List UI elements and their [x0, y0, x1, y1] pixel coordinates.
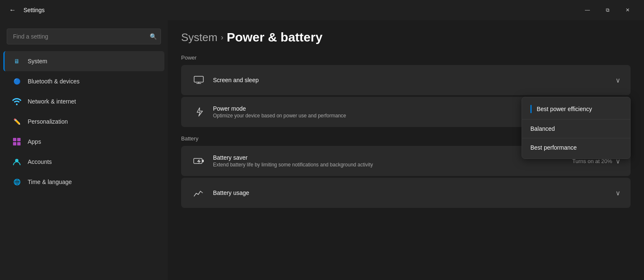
svg-rect-3 [13, 142, 16, 145]
power-mode-icon [191, 104, 206, 119]
personalization-icon: ✏️ [12, 117, 22, 127]
titlebar: ← Settings — ⧉ ✕ [0, 0, 644, 20]
screen-sleep-card: Screen and sleep ∨ [181, 65, 631, 95]
svg-rect-6 [194, 76, 203, 82]
sidebar-item-bluetooth[interactable]: 🔵 Bluetooth & devices [3, 71, 164, 91]
battery-saver-title: Battery saver [213, 154, 572, 161]
battery-usage-right: ∨ [615, 189, 621, 197]
battery-usage-text: Battery usage [213, 189, 615, 196]
main-content: System › Power & battery Power Screen an… [168, 20, 644, 280]
sidebar-item-time[interactable]: 🌐 Time & language [3, 172, 164, 192]
svg-rect-2 [17, 138, 21, 141]
sidebar-item-label: Accounts [28, 158, 52, 165]
sidebar-item-label: Bluetooth & devices [28, 78, 80, 85]
restore-button[interactable]: ⧉ [598, 3, 617, 17]
sidebar-item-label: Time & language [28, 179, 72, 185]
screen-sleep-icon [191, 73, 206, 88]
battery-usage-icon [191, 185, 206, 200]
network-icon [12, 96, 22, 106]
power-mode-dropdown: Best power efficiency Balanced Best perf… [522, 97, 631, 159]
search-box: 🔍 [7, 29, 161, 44]
sidebar-item-apps[interactable]: Apps [3, 132, 164, 152]
sidebar-item-label: Apps [28, 138, 41, 145]
search-icon: 🔍 [150, 33, 157, 40]
window-controls: — ⧉ ✕ [578, 3, 637, 17]
battery-usage-row[interactable]: Battery usage ∨ [181, 178, 631, 208]
battery-usage-card: Battery usage ∨ [181, 178, 631, 208]
option-efficiency-label: Best power efficiency [537, 106, 592, 112]
sidebar-item-accounts[interactable]: Accounts [3, 152, 164, 172]
sidebar-item-network[interactable]: Network & internet [3, 91, 164, 111]
sidebar-item-personalization[interactable]: ✏️ Personalization [3, 111, 164, 132]
sidebar-item-label: Personalization [28, 118, 68, 125]
apps-icon [12, 137, 22, 147]
svg-rect-4 [17, 142, 21, 145]
minimize-button[interactable]: — [578, 3, 597, 17]
option-performance-label: Best performance [530, 144, 577, 151]
time-icon: 🌐 [12, 177, 22, 187]
breadcrumb-chevron: › [221, 33, 223, 42]
screen-sleep-chevron: ∨ [615, 76, 621, 84]
power-section-label: Power [181, 54, 631, 61]
battery-saver-icon [191, 153, 206, 169]
dropdown-option-efficiency[interactable]: Best power efficiency [522, 99, 630, 119]
breadcrumb-current: Power & battery [227, 30, 322, 44]
battery-saver-subtitle: Extend battery life by limiting some not… [213, 162, 572, 168]
breadcrumb-system: System [181, 31, 218, 44]
bluetooth-icon: 🔵 [12, 76, 22, 86]
svg-point-0 [16, 104, 18, 105]
app-body: 🔍 🖥 System 🔵 Bluetooth & devices Network… [0, 20, 644, 280]
back-button[interactable]: ← [7, 4, 18, 16]
dropdown-option-balanced[interactable]: Balanced [522, 119, 630, 138]
screen-sleep-right: ∨ [615, 76, 621, 84]
svg-rect-1 [13, 138, 16, 141]
screen-sleep-text: Screen and sleep [213, 77, 615, 83]
active-indicator [530, 105, 532, 113]
battery-usage-chevron: ∨ [615, 189, 621, 197]
battery-saver-text: Battery saver Extend battery life by lim… [213, 154, 572, 168]
screen-sleep-title: Screen and sleep [213, 77, 615, 83]
sidebar-item-label: Network & internet [28, 98, 76, 105]
breadcrumb: System › Power & battery [181, 30, 631, 44]
option-balanced-label: Balanced [530, 125, 555, 132]
search-input[interactable] [7, 29, 161, 44]
dropdown-option-performance[interactable]: Best performance [522, 138, 630, 157]
sidebar-item-system[interactable]: 🖥 System [3, 51, 164, 71]
battery-usage-title: Battery usage [213, 189, 615, 196]
screen-sleep-row[interactable]: Screen and sleep ∨ [181, 65, 631, 95]
sidebar-item-label: System [28, 58, 47, 65]
app-title: Settings [23, 7, 45, 13]
close-button[interactable]: ✕ [618, 3, 637, 17]
power-mode-card: Power mode Optimize your device based on… [181, 97, 631, 127]
sidebar: 🔍 🖥 System 🔵 Bluetooth & devices Network… [0, 20, 168, 280]
accounts-icon [12, 157, 22, 167]
monitor-icon: 🖥 [12, 56, 22, 66]
svg-rect-8 [202, 160, 204, 162]
